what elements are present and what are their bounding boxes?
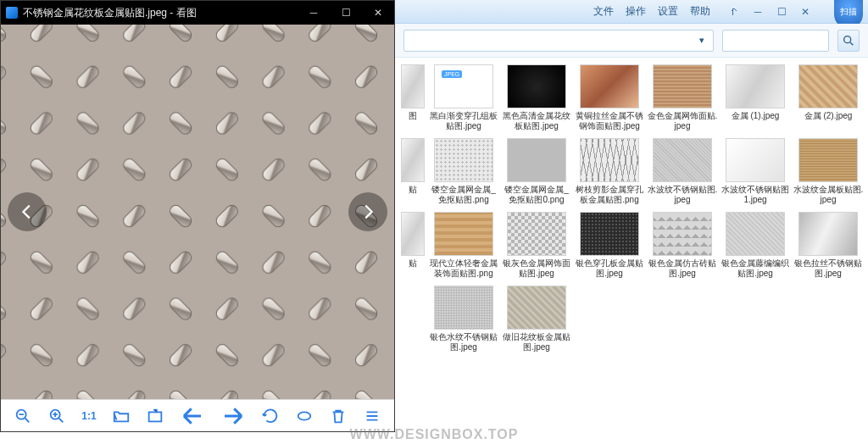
file-item[interactable]: 水波纹不锈钢贴图.jpeg xyxy=(647,138,718,205)
file-item[interactable]: 水波纹不锈钢贴图1.jpeg xyxy=(720,138,791,205)
file-caption: 银灰色金属网饰面贴图.jpeg xyxy=(501,258,572,279)
file-item[interactable]: 银灰色金属网饰面贴图.jpeg xyxy=(501,212,572,279)
search-input[interactable] xyxy=(728,36,823,46)
file-caption: 贴 xyxy=(399,185,426,205)
window-title: 不锈钢金属花纹板金属贴图.jpeg - 看图 xyxy=(23,6,298,20)
fullscreen-icon xyxy=(146,407,164,425)
toolbar-prev-button[interactable] xyxy=(180,403,205,429)
file-caption: 银色拉丝不锈钢贴图.jpeg xyxy=(793,258,864,279)
file-thumbnail xyxy=(507,212,566,256)
file-caption: 树枝剪影金属穿孔板金属贴图.png xyxy=(574,185,645,205)
file-item[interactable]: 银色金属仿古砖贴图.jpeg xyxy=(647,212,718,279)
delete-button[interactable] xyxy=(329,407,348,425)
address-bar-area: ▾ xyxy=(395,24,868,58)
file-item[interactable]: 现代立体轻奢金属装饰面贴图.png xyxy=(428,212,499,279)
file-item[interactable]: 镂空金属网金属_免抠贴图.png xyxy=(428,138,499,205)
file-item[interactable]: 贴 xyxy=(399,212,426,279)
breadcrumb-dropdown[interactable]: ▾ xyxy=(696,35,708,46)
image-canvas[interactable] xyxy=(1,25,394,399)
file-caption: 银色金属仿古砖贴图.jpeg xyxy=(647,258,718,279)
file-thumbnail xyxy=(580,138,639,182)
file-item[interactable]: 黑色高清金属花纹板贴图.jpeg xyxy=(501,64,572,131)
file-explorer-window: 文件 操作 设置 帮助 ─ ☐ ✕ 扫描 ▾ 图黑白渐变穿孔组板贴图.jpeg黑 xyxy=(395,0,868,444)
rotate-button[interactable] xyxy=(261,407,280,425)
menu-help[interactable]: 帮助 xyxy=(690,4,710,19)
dropdown-button[interactable] xyxy=(722,3,746,21)
explorer-minimize-button[interactable]: ─ xyxy=(746,3,770,21)
file-item[interactable]: 金属 (1).jpeg xyxy=(720,64,791,131)
file-caption: 黑色高清金属花纹板贴图.jpeg xyxy=(501,111,572,131)
svg-point-9 xyxy=(298,412,310,419)
file-item[interactable]: 图 xyxy=(399,64,426,131)
file-thumbnail xyxy=(434,138,493,182)
file-item[interactable]: 银色水纹不锈钢贴图.jpeg xyxy=(428,286,499,352)
file-thumbnail xyxy=(798,64,858,108)
file-item[interactable]: 金属 (2).jpeg xyxy=(793,64,864,131)
chevron-left-icon xyxy=(18,203,36,221)
file-thumbnail xyxy=(434,212,493,256)
file-thumbnail xyxy=(434,286,493,330)
file-caption xyxy=(399,286,426,306)
file-caption: 黑白渐变穿孔组板贴图.jpeg xyxy=(428,111,499,131)
file-caption: 银色金属藤编编织贴图.jpeg xyxy=(720,258,791,279)
file-caption: 水波纹金属板贴图.jpeg xyxy=(793,185,864,205)
menu-settings[interactable]: 设置 xyxy=(658,4,678,19)
arrow-left-icon xyxy=(180,403,205,429)
svg-rect-5 xyxy=(1,25,394,399)
file-thumbnail xyxy=(434,64,493,108)
next-image-button[interactable] xyxy=(348,192,387,231)
arrow-right-icon xyxy=(220,403,246,429)
menu-action[interactable]: 操作 xyxy=(626,4,646,19)
maximize-button[interactable]: ☐ xyxy=(330,1,362,25)
file-thumbnail xyxy=(507,138,566,182)
svg-rect-8 xyxy=(148,412,161,421)
menu-icon xyxy=(363,407,381,425)
file-caption: 水波纹不锈钢贴图.jpeg xyxy=(647,185,718,205)
close-button[interactable]: ✕ xyxy=(362,1,394,25)
file-item[interactable]: 银色穿孔板金属贴图.jpeg xyxy=(574,212,645,279)
file-thumbnail xyxy=(401,64,425,108)
file-item[interactable]: 黑白渐变穿孔组板贴图.jpeg xyxy=(428,64,499,131)
open-button[interactable] xyxy=(112,407,131,425)
file-item[interactable]: 做旧花纹板金属贴图.jpeg xyxy=(501,286,572,352)
file-item[interactable]: 黄铜拉丝金属不锈钢饰面贴图.jpeg xyxy=(574,64,645,131)
file-item[interactable]: 金色金属网饰面贴.jpeg xyxy=(647,64,718,131)
fullscreen-button[interactable] xyxy=(146,407,164,425)
file-item[interactable]: 银色金属藤编编织贴图.jpeg xyxy=(720,212,791,279)
explorer-close-button[interactable]: ✕ xyxy=(793,3,817,21)
menu-file[interactable]: 文件 xyxy=(593,4,614,19)
shield-label: 扫描 xyxy=(840,6,857,18)
file-thumbnail xyxy=(798,138,858,182)
file-item[interactable]: 银色拉丝不锈钢贴图.jpeg xyxy=(793,212,864,279)
file-item[interactable]: 贴 xyxy=(399,138,426,205)
file-caption: 金色金属网饰面贴.jpeg xyxy=(647,111,718,131)
file-caption: 镂空金属网金属_免抠贴图.png xyxy=(428,185,499,205)
file-item[interactable] xyxy=(399,286,426,352)
minimize-button[interactable]: ─ xyxy=(298,1,330,25)
file-item[interactable]: 树枝剪影金属穿孔板金属贴图.png xyxy=(574,138,645,205)
one-to-one-button[interactable]: 1:1 xyxy=(81,410,96,422)
breadcrumb[interactable]: ▾ xyxy=(403,30,714,52)
prev-image-button[interactable] xyxy=(8,192,47,231)
toolbar-next-button[interactable] xyxy=(220,403,246,429)
diamond-plate-image xyxy=(1,25,394,399)
file-item[interactable]: 水波纹金属板贴图.jpeg xyxy=(793,138,864,205)
image-viewer-window: 不锈钢金属花纹板金属贴图.jpeg - 看图 ─ ☐ ✕ xyxy=(0,0,395,432)
loop-icon xyxy=(295,407,314,425)
loop-button[interactable] xyxy=(295,407,314,425)
file-caption: 金属 (2).jpeg xyxy=(793,111,864,131)
search-box[interactable] xyxy=(722,30,829,52)
zoom-in-button[interactable] xyxy=(47,407,66,425)
more-button[interactable] xyxy=(363,407,381,425)
search-icon xyxy=(842,34,855,47)
file-caption: 水波纹不锈钢贴图1.jpeg xyxy=(720,185,791,205)
rotate-icon xyxy=(261,407,280,425)
viewer-toolbar: 1:1 xyxy=(1,399,394,431)
file-item[interactable]: 镂空金属网金属_免抠贴图0.png xyxy=(501,138,572,205)
explorer-maximize-button[interactable]: ☐ xyxy=(770,3,793,21)
search-button[interactable] xyxy=(837,30,860,52)
file-thumbnail xyxy=(653,64,712,108)
file-thumbnail xyxy=(798,212,858,256)
zoom-out-button[interactable] xyxy=(14,407,32,425)
file-thumbnail xyxy=(653,138,712,182)
